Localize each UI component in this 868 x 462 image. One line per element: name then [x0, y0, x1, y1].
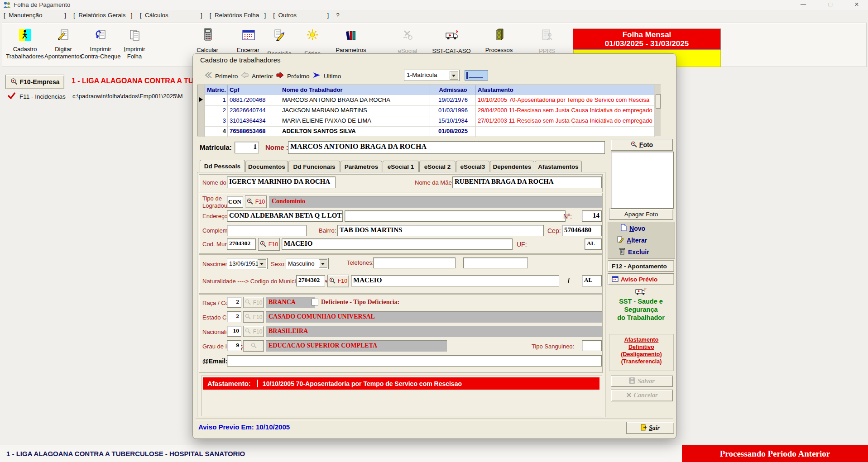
naturalidade-uf-field[interactable]: AL [582, 275, 602, 286]
tipo-sanguineo-field[interactable] [582, 340, 602, 351]
magnifier-icon [631, 141, 637, 149]
cod-municipio-field[interactable]: 2704302 [227, 238, 256, 250]
matricula-field[interactable]: 1 [235, 142, 259, 153]
chevron-down-icon[interactable] [258, 259, 266, 268]
grid-header-cpf[interactable]: Cpf [228, 85, 280, 95]
nome-pai-field[interactable]: IGERCY MARINHO DA ROCHA [227, 176, 336, 188]
sst-button[interactable]: SST - Saude e Segurança do Trabalhador [608, 286, 674, 328]
toolbar-button-imprimir-folha[interactable]: Imprimir Folha [112, 26, 157, 65]
nome-mae-field[interactable]: RUBENITA BRAGA DA ROCHA [452, 176, 602, 188]
grau-instrucao-desc: EDUCACAO SUPERIOR COMPLETA [266, 340, 447, 352]
scrollbar-thumb[interactable] [656, 94, 661, 109]
worker-icon [19, 29, 31, 43]
magnifier-icon [245, 328, 251, 335]
deficiente-checkbox[interactable] [312, 299, 318, 305]
tipo-logradouro-desc: Condominio [269, 196, 602, 208]
naturalidade-codigo-field[interactable]: 2704302 [296, 275, 325, 286]
chevron-down-icon[interactable] [319, 259, 327, 268]
tab-dd-pessoais[interactable]: Dd Pessoais [200, 160, 245, 172]
bairro-field[interactable]: TAB DOS MARTINS [337, 225, 544, 236]
alterar-button[interactable]: Alterar [617, 236, 647, 245]
close-button[interactable]: × [848, 0, 866, 9]
tipo-logradouro-f10-button[interactable]: F10 [245, 195, 267, 208]
salvar-button: Salvar [611, 376, 673, 387]
tab-dependentes[interactable]: Dependentes [490, 161, 534, 172]
tab-esocial-1[interactable]: eSocial 1 [383, 161, 419, 172]
tab-esocial-3[interactable]: eSocial3 [456, 161, 489, 172]
sexo-select[interactable]: Masculino [286, 258, 329, 269]
telefone1-field[interactable] [373, 257, 456, 268]
f12-apontamento-button[interactable]: F12 - Apontamento [608, 260, 674, 272]
chevron-down-icon[interactable] [450, 71, 458, 80]
period-box: Folha Mensal 01/03/2025 - 31/03/2025 [573, 29, 721, 50]
f10-empresa-button[interactable]: F10-Empresa [5, 75, 64, 89]
endereco-field[interactable]: COND ALDEBARAN BETA Q L LOTE [227, 210, 343, 222]
menu-help[interactable]: ? [336, 12, 340, 19]
menu-relatorios-folha[interactable]: [ Relatórios Folha ] [210, 12, 266, 19]
grid-header-nome[interactable]: Nome do Trabalhador [280, 85, 430, 95]
trash-icon [619, 248, 625, 257]
last-arrow-icon [312, 71, 321, 81]
table-row[interactable]: 4 76588653468 ADEILTON SANTOS SILVA 01/0… [197, 126, 655, 137]
table-row[interactable]: 2 23626640744 JACKSON MARIANO MARTINS 01… [197, 105, 655, 116]
search-input[interactable] [465, 70, 488, 81]
apagar-foto-button[interactable]: Apagar Foto [609, 209, 673, 220]
magnifier-icon [329, 277, 336, 285]
grid-header-afastamento[interactable]: Afastamento [476, 85, 655, 95]
complemento-field[interactable] [227, 225, 307, 236]
tab-documentos[interactable]: Documentos [245, 161, 288, 172]
tab-parametros[interactable]: Parâmetros [340, 161, 382, 172]
raca-field[interactable]: 2 [227, 297, 241, 308]
dialog-cadastro-trabalhadores: Cadastro de trabalhadores Primeiro Anter… [192, 53, 676, 439]
nome-field[interactable]: MARCOS ANTONIO BRAGA DA ROCHA [288, 141, 605, 154]
nav-last-button[interactable]: Ultimo [312, 71, 341, 81]
tab-afastamentos[interactable]: Afastamentos [535, 161, 582, 172]
nacionalidade-field[interactable]: 10 [227, 326, 241, 337]
tipo-logradouro-field[interactable]: CON [227, 196, 243, 208]
maximize-button[interactable]: □ [820, 1, 840, 8]
telefone2-field[interactable] [463, 257, 528, 268]
current-row-indicator-icon [199, 97, 203, 102]
nacionalidade-desc: BRASILEIRA [266, 326, 602, 337]
tab-esocial-2[interactable]: eSocial 2 [419, 161, 456, 172]
row-indicator-cell [197, 95, 205, 105]
excluir-button[interactable]: Excluir [619, 248, 649, 257]
afastamento-definitivo-button[interactable]: Afastamento Definitivo (Desligamento) (T… [609, 334, 674, 371]
f11-incidencias[interactable]: F11 - Incidenc­ias [7, 92, 66, 101]
new-document-icon [621, 224, 627, 233]
grid-header-admissao[interactable]: Admissao [430, 85, 476, 95]
menu-manutencao[interactable]: [ Manutenção ] [4, 12, 66, 19]
sair-button[interactable]: Sair [626, 422, 674, 434]
naturalidade-f10-button[interactable]: F10 [327, 275, 349, 287]
numero-field[interactable]: 14 [582, 210, 602, 222]
menu-relatorios-gerais[interactable]: [ Relatórios Gerais ] [73, 12, 133, 19]
aviso-previo-button[interactable]: Aviso Prévio [608, 273, 674, 285]
table-row[interactable]: 1 08817200468 MARCOS ANTONIO BRAGA DA RO… [197, 95, 655, 106]
foto-button[interactable]: Foto [611, 139, 673, 151]
table-row[interactable]: 3 31014364434 MARIA ELIENE PAIXAO DE LIM… [197, 116, 655, 127]
nascimento-select[interactable]: 13/06/1951 [227, 258, 268, 269]
cep-field[interactable]: 57046480 [562, 225, 602, 236]
matricula-label: Matrícula: [200, 143, 232, 151]
grid-scrollbar[interactable] [655, 85, 661, 136]
nav-next-button[interactable]: Próximo [276, 71, 310, 81]
minimize-button[interactable]: — [793, 1, 813, 7]
menu-calculos[interactable]: [ Cálculos ] [140, 12, 202, 19]
grau-instrucao-lookup-button [243, 340, 264, 352]
grau-instrucao-field[interactable]: 9 [227, 340, 241, 351]
uf-field[interactable]: AL [585, 238, 602, 250]
nome-mae-label: Nome da Mãe: [415, 179, 453, 186]
search-mode-select[interactable]: 1-Matrícula [404, 70, 460, 81]
tab-dd-funcionais[interactable]: Dd Funcionais [288, 161, 340, 172]
menu-outros[interactable]: [ Outros ] [273, 12, 329, 19]
cod-municipio-f10-button[interactable]: F10 [258, 238, 280, 251]
row-indicator-cell [197, 105, 205, 116]
email-field[interactable] [227, 355, 602, 367]
estado-civil-field[interactable]: 2 [227, 311, 241, 322]
municipio-field[interactable]: MACEIO [282, 238, 513, 250]
novo-button[interactable]: Novo [621, 224, 645, 233]
grid-header-matric[interactable]: Matric. [205, 85, 228, 95]
endereco2-field[interactable] [345, 210, 566, 222]
naturalidade-cidade-field[interactable]: MACEIO [351, 275, 559, 286]
save-icon [629, 377, 635, 385]
